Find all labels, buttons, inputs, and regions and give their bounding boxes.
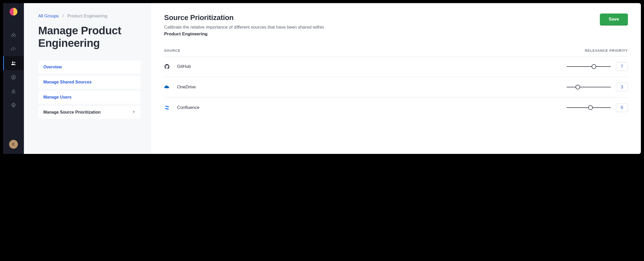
lock-icon	[11, 88, 16, 94]
priority-slider[interactable]	[567, 87, 611, 87]
slider-handle[interactable]	[592, 64, 596, 69]
svg-point-3	[14, 62, 15, 63]
onedrive-icon	[164, 84, 177, 90]
local-nav: Overview Manage Shared Sources Manage Us…	[38, 61, 141, 119]
source-name: Confluence	[177, 105, 567, 110]
nav-item-label: Manage Source Prioritization	[43, 110, 100, 115]
gear-icon	[11, 102, 16, 108]
priority-value[interactable]: 6	[616, 103, 628, 112]
slider-handle[interactable]	[575, 85, 580, 89]
svg-point-0	[11, 35, 13, 36]
github-icon	[164, 64, 177, 69]
breadcrumb: All Groups / Product Engineering	[38, 14, 141, 19]
avatar[interactable]: E	[9, 140, 18, 149]
nav-account[interactable]	[3, 70, 24, 84]
save-button[interactable]: Save	[600, 14, 628, 25]
svg-point-1	[14, 35, 16, 36]
breadcrumb-separator: /	[62, 14, 64, 19]
page-title: Manage Product Engineering	[38, 24, 141, 50]
section-description: Calibrate the relative importance of dif…	[164, 24, 330, 38]
source-name: OneDrive	[177, 84, 567, 90]
nav-item-users[interactable]: Manage Users	[38, 91, 141, 104]
section-title: Source Prioritization	[164, 14, 330, 22]
svg-point-8	[13, 105, 14, 106]
svg-point-2	[12, 61, 14, 63]
nav-discover[interactable]	[3, 28, 24, 42]
logo	[10, 8, 17, 16]
svg-point-5	[13, 76, 14, 77]
users-icon	[11, 60, 16, 66]
nav-item-prioritization[interactable]: Manage Source Prioritization	[38, 106, 141, 119]
main-panel: Source Prioritization Calibrate the rela…	[151, 3, 641, 154]
user-circle-icon	[11, 74, 16, 80]
priority-value[interactable]: 3	[616, 83, 628, 92]
priority-slider[interactable]	[567, 107, 611, 108]
nav-settings[interactable]	[3, 98, 24, 112]
nav-item-shared-sources[interactable]: Manage Shared Sources	[38, 76, 141, 89]
chevron-right-icon	[132, 110, 136, 115]
priority-slider[interactable]	[567, 66, 611, 67]
source-row: Confluence 6	[164, 97, 628, 118]
cloud-sync-icon	[11, 46, 16, 52]
left-column: All Groups / Product Engineering Manage …	[24, 3, 151, 154]
source-name: GitHub	[177, 64, 567, 69]
nav-groups[interactable]	[3, 56, 24, 70]
nav-sync[interactable]	[3, 42, 24, 56]
binoculars-icon	[11, 32, 16, 38]
column-header-priority: RELEVANCE PRIORITY	[585, 49, 628, 53]
svg-point-7	[13, 92, 14, 92]
priority-value[interactable]: 7	[616, 62, 628, 71]
sidebar-rail: E	[3, 3, 24, 154]
breadcrumb-parent-link[interactable]: All Groups	[38, 14, 59, 19]
source-row: GitHub 7	[164, 56, 628, 77]
slider-handle[interactable]	[588, 105, 593, 110]
source-row: OneDrive 3	[164, 77, 628, 97]
breadcrumb-current: Product Engineering	[67, 14, 107, 19]
nav-item-overview[interactable]: Overview	[38, 61, 141, 74]
column-header-source: SOURCE	[164, 49, 180, 53]
nav-security[interactable]	[3, 84, 24, 98]
confluence-icon	[164, 105, 177, 110]
